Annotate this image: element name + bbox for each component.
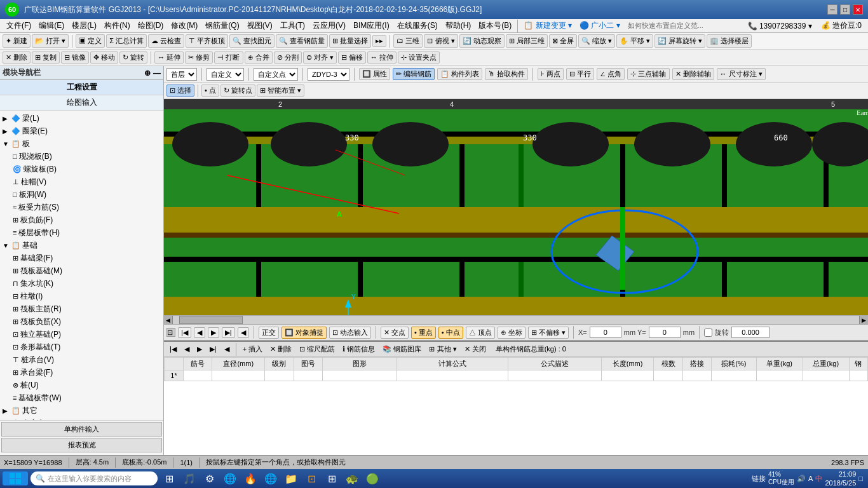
expand-ringbeam[interactable]: ▶	[3, 128, 10, 135]
tray-keyboard[interactable]: A	[808, 475, 813, 482]
cell-formula[interactable]	[397, 370, 508, 381]
menu-online[interactable]: 在线服务(S)	[393, 19, 442, 32]
rebar-info-btn[interactable]: ℹ 钢筋信息	[339, 343, 378, 355]
snap-nav-first[interactable]: |◀	[178, 327, 191, 338]
topview-button[interactable]: ⊡ 俯视 ▾	[424, 34, 458, 48]
copy-button[interactable]: ⊞ 复制	[32, 51, 60, 64]
rotate-button[interactable]: 🔄 屏幕旋转 ▾	[654, 34, 705, 48]
menu-help[interactable]: 帮助(H)	[442, 19, 475, 32]
x-coord-input[interactable]	[590, 327, 621, 338]
scrollbar-thumb[interactable]	[179, 316, 243, 324]
move-button[interactable]: ✥ 移动	[90, 51, 118, 64]
menu-bim[interactable]: BIM应用(I)	[349, 19, 393, 32]
dynamic-button[interactable]: 🔄 动态观察	[459, 34, 505, 48]
pan-button[interactable]: ✋ 平移 ▾	[616, 34, 653, 48]
taskbar-app5[interactable]: 🌐	[262, 471, 280, 485]
cell-grade[interactable]	[265, 370, 294, 381]
edit-rebar-tab[interactable]: ✏ 编辑钢筋	[393, 68, 435, 80]
rotate-edit-button[interactable]: ↻ 旋转	[119, 51, 147, 64]
cell-length[interactable]	[601, 370, 654, 381]
floor-select[interactable]: 首层	[166, 68, 197, 81]
tray-cpu[interactable]: 41%CPU使用	[768, 471, 794, 486]
cell-loss[interactable]	[712, 370, 756, 381]
tree-item-foundband[interactable]: ≡ 基础板带(W)	[10, 391, 163, 404]
expand-slab[interactable]: ▼	[3, 140, 10, 147]
rotate-checkbox[interactable]	[704, 329, 712, 337]
rotate-point-tool[interactable]: ↻ 旋转点	[220, 85, 255, 97]
new-button[interactable]: ✦ 新建	[3, 34, 31, 48]
taskbar-app1[interactable]: 🎵	[180, 471, 198, 485]
tree-item-strip[interactable]: ⊡ 条形基础(T)	[10, 341, 163, 353]
tree-item-foundbeam[interactable]: ⊞ 基础梁(F)	[10, 252, 163, 264]
rebar-nav-next[interactable]: ▶	[194, 344, 205, 355]
point-type-select[interactable]: 自定义点	[254, 68, 298, 81]
menu-version[interactable]: 版本号(B)	[475, 19, 515, 32]
setpoint-button[interactable]: ⊹ 设置夹点	[398, 51, 440, 64]
taskbar-app8[interactable]: ⊞	[323, 471, 341, 485]
code-select[interactable]: ZDYD-3	[308, 68, 349, 81]
open-button[interactable]: 📂 打开 ▾	[32, 34, 69, 48]
cloud-check-button[interactable]: ☁ 云检查	[148, 34, 184, 48]
expand-foundation[interactable]: ▼	[3, 242, 10, 249]
snap-nav-back[interactable]: ◀	[238, 327, 249, 338]
rebar-close-btn[interactable]: ✕ 关闭	[461, 343, 489, 355]
rebar-scale-btn[interactable]: ⊡ 缩尺配筋	[296, 343, 338, 355]
menu-quickset[interactable]: 如何快速布置自定义范...	[624, 20, 707, 32]
cell-steel[interactable]	[849, 370, 867, 381]
taskbar-app9[interactable]: 🐢	[343, 471, 361, 485]
tree-item-slabsteel[interactable]: ≈ 板受力筋(S)	[10, 201, 163, 214]
single-component-button[interactable]: 单构件输入	[1, 422, 162, 437]
snap-nav-last[interactable]: ▶|	[222, 327, 235, 338]
offset-button[interactable]: ⊟ 偏移	[338, 51, 366, 64]
tree-item-slabnegs[interactable]: ⊞ 板负筋(F)	[10, 214, 163, 226]
tree-item-foundation[interactable]: ▼ 📋 基础	[0, 239, 163, 252]
tree-item-slabhole[interactable]: □ 板洞(W)	[10, 188, 163, 201]
cell-diameter[interactable]	[212, 370, 265, 381]
panel-close-icon[interactable]: ⊡	[166, 328, 175, 337]
minimize-button[interactable]: ─	[827, 4, 837, 15]
properties-tab[interactable]: 🔲 属性	[359, 68, 390, 80]
tree-item-beam[interactable]: ▶ 🔷 梁(L)	[0, 112, 163, 125]
snap-nav-next[interactable]: ▶	[208, 327, 219, 338]
snap-nav-prev[interactable]: ◀	[194, 327, 205, 338]
midpoint-snap[interactable]: • 中点	[438, 327, 463, 339]
expand-other[interactable]: ▶	[3, 407, 10, 414]
taskbar-app2[interactable]: ⚙	[201, 471, 219, 485]
dim-label-button[interactable]: ↔ 尺寸标注 ▾	[717, 68, 766, 80]
menu-component[interactable]: 构件(N)	[100, 19, 134, 32]
menu-new-change[interactable]: 📋 新建变更 ▾	[520, 19, 576, 32]
rebar-other-btn[interactable]: ⊞ 其他 ▾	[426, 343, 459, 355]
y-coord-input[interactable]	[649, 327, 681, 338]
mirror-button[interactable]: ⊟ 镜像	[61, 51, 89, 64]
sidebar-icon2[interactable]: —	[153, 69, 161, 78]
point-tool[interactable]: • 点	[201, 85, 219, 97]
tree-item-piletop[interactable]: ⊤ 桩承台(V)	[10, 353, 163, 366]
tray-clock[interactable]: 21:09 2018/5/25	[825, 470, 856, 488]
cell-formula-desc[interactable]	[508, 370, 601, 381]
rebar-delete-btn[interactable]: ✕ 删除	[267, 343, 295, 355]
merge-button[interactable]: ⊕ 合并	[245, 51, 273, 64]
tree-item-floorband[interactable]: ≡ 楼层板带(H)	[10, 226, 163, 239]
cell-total-wt[interactable]	[803, 370, 849, 381]
two-point-button[interactable]: ⊦ 两点	[538, 68, 564, 80]
vertex-snap[interactable]: △ 顶点	[466, 327, 495, 339]
split-button[interactable]: ⊘ 分割	[274, 51, 302, 64]
zoom-button[interactable]: 🔍 缩放 ▾	[578, 34, 615, 48]
taskbar-app10[interactable]: 🟢	[363, 471, 381, 485]
menu-view[interactable]: 视图(V)	[243, 19, 276, 32]
align-edit-button[interactable]: ⊜ 对齐 ▾	[303, 51, 337, 64]
rebar-nav-prev2[interactable]: ◀	[181, 344, 193, 355]
cell-figure[interactable]	[322, 370, 397, 381]
tree-item-colcap[interactable]: ⊥ 柱帽(V)	[10, 175, 163, 188]
fullscreen-button[interactable]: ⊠ 全屏	[549, 34, 577, 48]
maximize-button[interactable]: □	[840, 4, 850, 15]
menu-file[interactable]: 文件(F)	[3, 19, 35, 32]
taskbar-app6[interactable]: 📁	[282, 471, 300, 485]
expand-beam[interactable]: ▶	[3, 115, 10, 122]
parallel-button[interactable]: ⊟ 平行	[566, 68, 594, 80]
tree-item-castslab[interactable]: □ 现浇板(B)	[10, 150, 163, 163]
object-snap[interactable]: 🔲 对象捕捉	[281, 327, 327, 339]
report-preview-button[interactable]: 报表预览	[1, 438, 162, 452]
find-button[interactable]: 🔍 查找图元	[229, 34, 275, 48]
menu-coins[interactable]: 💰 造价豆:0	[817, 19, 865, 32]
